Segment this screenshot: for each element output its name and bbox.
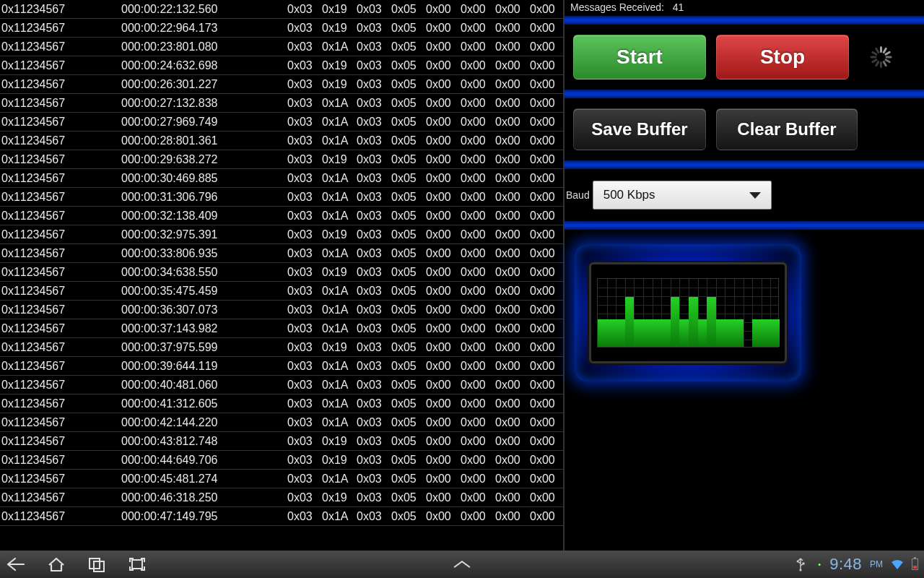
msg-bytes: 0x030x1A0x030x050x000x000x000x00 bbox=[287, 210, 556, 223]
table-row[interactable]: 0x11234567000:00:28:801.3610x030x1A0x030… bbox=[0, 131, 563, 150]
msg-time: 000:00:33:806.935 bbox=[121, 247, 287, 260]
table-row[interactable]: 0x11234567000:00:27:969.7490x030x1A0x030… bbox=[0, 113, 563, 131]
table-row[interactable]: 0x11234567000:00:43:812.7480x030x190x030… bbox=[0, 432, 563, 451]
msg-time: 000:00:39:644.119 bbox=[121, 360, 287, 373]
msg-bytes: 0x030x190x030x050x000x000x000x00 bbox=[287, 435, 556, 448]
msg-id: 0x11234567 bbox=[0, 228, 121, 241]
table-row[interactable]: 0x11234567000:00:24:632.6980x030x190x030… bbox=[0, 56, 563, 75]
table-row[interactable]: 0x11234567000:00:22:964.1730x030x190x030… bbox=[0, 19, 563, 38]
msg-bytes: 0x030x1A0x030x050x000x000x000x00 bbox=[287, 510, 556, 523]
msg-bytes: 0x030x1A0x030x050x000x000x000x00 bbox=[287, 360, 556, 373]
msg-time: 000:00:36:307.073 bbox=[121, 303, 287, 316]
msg-bytes: 0x030x1A0x030x050x000x000x000x00 bbox=[287, 416, 556, 429]
table-row[interactable]: 0x11234567000:00:34:638.5500x030x190x030… bbox=[0, 263, 563, 282]
save-buffer-button[interactable]: Save Buffer bbox=[573, 108, 706, 150]
msg-time: 000:00:44:649.706 bbox=[121, 454, 287, 467]
msg-id: 0x11234567 bbox=[0, 379, 121, 392]
message-log[interactable]: 0x11234567000:00:22:132.5600x030x190x030… bbox=[0, 0, 563, 551]
table-row[interactable]: 0x11234567000:00:41:312.6050x030x1A0x030… bbox=[0, 394, 563, 413]
msg-time: 000:00:37:143.982 bbox=[121, 322, 287, 335]
msg-time: 000:00:35:475.459 bbox=[121, 285, 287, 298]
table-row[interactable]: 0x11234567000:00:26:301.2270x030x190x030… bbox=[0, 75, 563, 94]
table-row[interactable]: 0x11234567000:00:33:806.9350x030x1A0x030… bbox=[0, 244, 563, 263]
msg-bytes: 0x030x190x030x050x000x000x000x00 bbox=[287, 59, 556, 72]
screenshot-icon[interactable] bbox=[127, 554, 147, 574]
msg-id: 0x11234567 bbox=[0, 266, 121, 279]
msg-id: 0x11234567 bbox=[0, 454, 121, 467]
table-row[interactable]: 0x11234567000:00:27:132.8380x030x1A0x030… bbox=[0, 94, 563, 113]
msg-time: 000:00:32:138.409 bbox=[121, 210, 287, 223]
msg-time: 000:00:22:132.560 bbox=[121, 3, 287, 16]
start-button[interactable]: Start bbox=[573, 35, 706, 79]
expand-icon[interactable] bbox=[452, 554, 472, 574]
msg-time: 000:00:23:801.080 bbox=[121, 40, 287, 53]
table-row[interactable]: 0x11234567000:00:36:307.0730x030x1A0x030… bbox=[0, 301, 563, 319]
table-row[interactable]: 0x11234567000:00:39:644.1190x030x1A0x030… bbox=[0, 357, 563, 376]
table-row[interactable]: 0x11234567000:00:47:149.7950x030x1A0x030… bbox=[0, 507, 563, 526]
msg-time: 000:00:22:964.173 bbox=[121, 22, 287, 35]
msg-id: 0x11234567 bbox=[0, 78, 121, 91]
msg-id: 0x11234567 bbox=[0, 416, 121, 429]
msg-bytes: 0x030x1A0x030x050x000x000x000x00 bbox=[287, 397, 556, 410]
msg-bytes: 0x030x1A0x030x050x000x000x000x00 bbox=[287, 379, 556, 392]
table-row[interactable]: 0x11234567000:00:46:318.2500x030x190x030… bbox=[0, 488, 563, 507]
msg-bytes: 0x030x1A0x030x050x000x000x000x00 bbox=[287, 97, 556, 110]
msg-time: 000:00:45:481.274 bbox=[121, 473, 287, 486]
divider bbox=[565, 160, 924, 169]
msg-time: 000:00:24:632.698 bbox=[121, 59, 287, 72]
svg-rect-2 bbox=[132, 560, 142, 569]
table-row[interactable]: 0x11234567000:00:23:801.0800x030x1A0x030… bbox=[0, 38, 563, 56]
stop-button[interactable]: Stop bbox=[716, 35, 849, 79]
signal-dot-icon: • bbox=[818, 560, 821, 569]
wifi-icon bbox=[890, 554, 905, 574]
status-count: 41 bbox=[673, 1, 684, 13]
msg-bytes: 0x030x190x030x050x000x000x000x00 bbox=[287, 454, 556, 467]
svg-point-3 bbox=[800, 569, 802, 571]
msg-id: 0x11234567 bbox=[0, 360, 121, 373]
table-row[interactable]: 0x11234567000:00:35:475.4590x030x1A0x030… bbox=[0, 282, 563, 301]
clear-buffer-button[interactable]: Clear Buffer bbox=[716, 108, 858, 150]
table-row[interactable]: 0x11234567000:00:32:138.4090x030x1A0x030… bbox=[0, 207, 563, 225]
msg-id: 0x11234567 bbox=[0, 172, 121, 185]
msg-bytes: 0x030x190x030x050x000x000x000x00 bbox=[287, 22, 556, 35]
msg-id: 0x11234567 bbox=[0, 134, 121, 147]
msg-time: 000:00:41:312.605 bbox=[121, 397, 287, 410]
msg-time: 000:00:46:318.250 bbox=[121, 491, 287, 504]
svg-rect-4 bbox=[803, 563, 805, 565]
msg-time: 000:00:47:149.795 bbox=[121, 510, 287, 523]
msg-bytes: 0x030x190x030x050x000x000x000x00 bbox=[287, 228, 556, 241]
divider bbox=[565, 221, 924, 230]
table-row[interactable]: 0x11234567000:00:44:649.7060x030x190x030… bbox=[0, 451, 563, 470]
table-row[interactable]: 0x11234567000:00:32:975.3910x030x190x030… bbox=[0, 225, 563, 244]
baud-value: 500 Kbps bbox=[603, 188, 655, 202]
table-row[interactable]: 0x11234567000:00:30:469.8850x030x1A0x030… bbox=[0, 169, 563, 188]
table-row[interactable]: 0x11234567000:00:29:638.2720x030x190x030… bbox=[0, 150, 563, 169]
msg-bytes: 0x030x1A0x030x050x000x000x000x00 bbox=[287, 172, 556, 185]
table-row[interactable]: 0x11234567000:00:31:306.7960x030x1A0x030… bbox=[0, 188, 563, 207]
msg-bytes: 0x030x1A0x030x050x000x000x000x00 bbox=[287, 247, 556, 260]
msg-id: 0x11234567 bbox=[0, 397, 121, 410]
msg-id: 0x11234567 bbox=[0, 3, 121, 16]
system-navbar: • 9:48 PM bbox=[0, 551, 924, 578]
table-row[interactable]: 0x11234567000:00:40:481.0600x030x1A0x030… bbox=[0, 376, 563, 394]
baud-select[interactable]: 500 Kbps bbox=[593, 181, 772, 210]
msg-bytes: 0x030x1A0x030x050x000x000x000x00 bbox=[287, 303, 556, 316]
table-row[interactable]: 0x11234567000:00:42:144.2200x030x1A0x030… bbox=[0, 413, 563, 432]
battery-icon bbox=[912, 558, 918, 570]
msg-time: 000:00:27:132.838 bbox=[121, 97, 287, 110]
msg-id: 0x11234567 bbox=[0, 285, 121, 298]
msg-id: 0x11234567 bbox=[0, 510, 121, 523]
table-row[interactable]: 0x11234567000:00:22:132.5600x030x190x030… bbox=[0, 0, 563, 19]
table-row[interactable]: 0x11234567000:00:45:481.2740x030x1A0x030… bbox=[0, 470, 563, 488]
divider bbox=[565, 90, 924, 98]
recent-apps-icon[interactable] bbox=[87, 554, 107, 574]
msg-id: 0x11234567 bbox=[0, 210, 121, 223]
back-icon[interactable] bbox=[6, 554, 26, 574]
baud-label: Baud bbox=[566, 189, 590, 201]
table-row[interactable]: 0x11234567000:00:37:975.5990x030x190x030… bbox=[0, 338, 563, 357]
msg-bytes: 0x030x190x030x050x000x000x000x00 bbox=[287, 78, 556, 91]
home-icon[interactable] bbox=[46, 554, 66, 574]
table-row[interactable]: 0x11234567000:00:37:143.9820x030x1A0x030… bbox=[0, 319, 563, 338]
msg-id: 0x11234567 bbox=[0, 116, 121, 129]
loading-spinner-icon bbox=[866, 43, 894, 71]
